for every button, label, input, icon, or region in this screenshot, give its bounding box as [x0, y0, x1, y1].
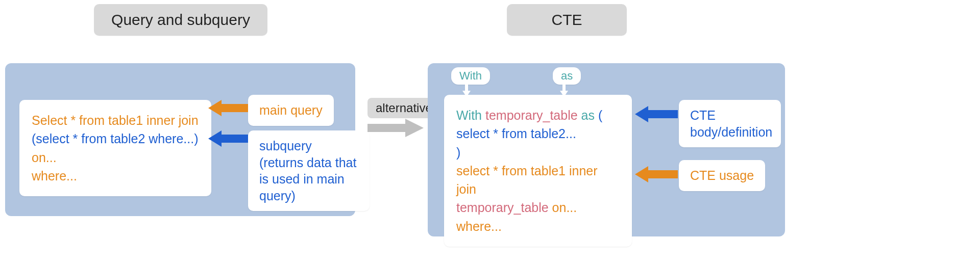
tmp-table-def: temporary_table: [485, 108, 581, 122]
right-code-line3: ): [456, 143, 620, 162]
svg-marker-5: [635, 106, 678, 122]
on-kw: on...: [552, 200, 577, 215]
pill-as: as: [553, 67, 581, 85]
kw-as: as: [581, 108, 598, 122]
svg-marker-3: [462, 85, 471, 97]
arrow-left-blue: [208, 128, 248, 149]
right-code-line1: With temporary_table as (: [456, 106, 620, 124]
right-code-box: With temporary_table as ( select * from …: [444, 95, 632, 247]
svg-marker-0: [208, 100, 248, 116]
right-code-line5: temporary_table on...: [456, 198, 620, 217]
arrow-right-blue: [635, 104, 678, 124]
kw-with: With: [456, 108, 485, 122]
label-subquery: subquery (returns data that is used in m…: [248, 130, 370, 211]
label-main-query: main query: [248, 95, 334, 126]
left-code-line2: (select * from table2 where...): [32, 129, 199, 148]
left-title: Query and subquery: [94, 4, 267, 36]
left-code-line1: Select * from table1 inner join: [32, 111, 199, 129]
left-code-line3: on...: [32, 148, 199, 167]
arrow-pill-as: [560, 85, 568, 97]
right-title: CTE: [507, 4, 627, 36]
svg-marker-6: [635, 166, 678, 182]
pill-with: With: [451, 67, 490, 85]
svg-marker-2: [368, 119, 424, 137]
arrow-pill-with: [462, 85, 471, 97]
left-code-box: Select * from table1 inner join (select …: [19, 100, 211, 196]
arrow-right-orange: [635, 164, 678, 184]
label-cte-body: CTE body/definition: [679, 100, 781, 147]
right-code-line2: select * from table2...: [456, 124, 620, 143]
right-code-line4: select * from table1 inner join: [456, 162, 620, 199]
tmp-table-use: temporary_table: [456, 200, 552, 215]
label-cte-usage: CTE usage: [679, 160, 765, 191]
paren-open: (: [598, 108, 602, 122]
arrow-left-orange: [208, 98, 248, 118]
svg-marker-1: [208, 130, 248, 147]
left-code-line4: where...: [32, 167, 199, 185]
right-code-line6: where...: [456, 217, 620, 235]
svg-marker-4: [560, 85, 568, 97]
arrow-alternative: [368, 117, 424, 139]
